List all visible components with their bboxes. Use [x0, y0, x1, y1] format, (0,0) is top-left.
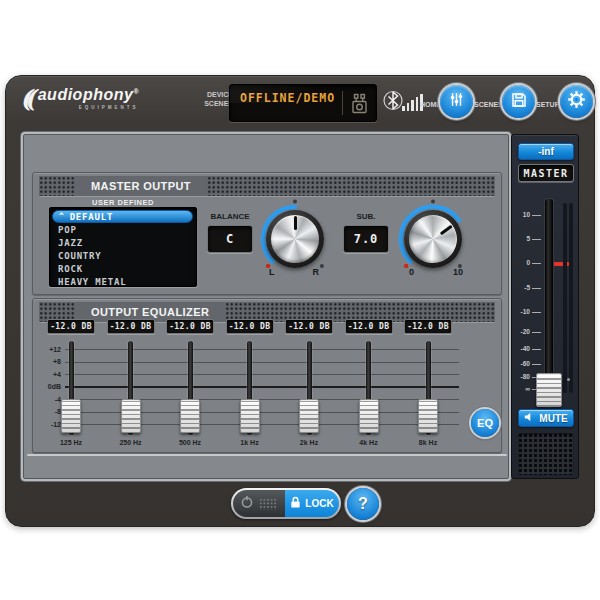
fader-tick-label: -20	[512, 328, 530, 335]
grip-dots	[259, 498, 278, 510]
status-lcd: OFFLINE/DEMO	[229, 84, 377, 122]
eq-freq-label: 2k Hz	[285, 439, 333, 446]
brand-name: audiophony	[38, 86, 134, 103]
setup-button[interactable]	[560, 85, 593, 118]
lcd-divider	[342, 91, 343, 115]
knob-rotor[interactable]	[271, 215, 319, 263]
master-output-header: MASTER OUTPUT	[39, 176, 495, 196]
sub-max-label: 10	[453, 267, 463, 277]
fader-tick-label: ∞	[512, 385, 530, 392]
eq-band-8khz: -12.0 DB 8k Hz	[404, 299, 452, 454]
fader-tick-label: -40	[512, 345, 530, 352]
eq-freq-label: 4k Hz	[345, 439, 393, 446]
lock-toggle[interactable]: LOCK	[231, 488, 341, 519]
speaker-icon	[524, 412, 535, 424]
fader-tick-label: -10	[512, 308, 530, 315]
standby-side[interactable]	[233, 490, 285, 517]
fader-tick-label: 5	[512, 235, 530, 242]
preset-item-default[interactable]: ^ DEFAULT	[52, 210, 193, 223]
eq-badge-button[interactable]: EQ	[471, 409, 499, 437]
lcd-status-text: OFFLINE/DEMO	[240, 91, 335, 105]
home-label: HOME	[420, 101, 441, 108]
sub-display: 7.0	[343, 225, 389, 253]
master-fader-handle[interactable]	[536, 373, 562, 407]
knob-pointer	[294, 216, 297, 230]
preset-item-jazz[interactable]: JAZZ	[50, 236, 196, 249]
eq-slider-handle[interactable]	[61, 399, 81, 433]
output-equalizer-section: OUTPUT EQUALIZER +12 +8 +4 0dB -4 -8 -12…	[32, 298, 502, 453]
balance-display: C	[207, 225, 253, 253]
eq-slider-handle[interactable]	[240, 399, 260, 433]
eq-slider-handle[interactable]	[121, 399, 141, 433]
preset-item-rock[interactable]: ROCK	[50, 262, 196, 275]
eq-slider-handle[interactable]	[359, 399, 379, 433]
eq-slider-handle[interactable]	[299, 399, 319, 433]
fader-tick-label: -5	[512, 284, 530, 291]
eq-value-display: -12.0 DB	[47, 319, 95, 334]
speaker-cabinet-icon	[349, 93, 370, 119]
fader-tick	[532, 349, 541, 350]
fader-tick-label: 10	[512, 211, 530, 218]
lock-label: LOCK	[305, 498, 333, 509]
speaker-grille-texture	[518, 433, 574, 475]
eq-value-display: -12.0 DB	[285, 319, 333, 334]
fader-tick-label: -80	[512, 373, 530, 380]
knob-pointer	[439, 224, 452, 235]
eq-value-display: -12.0 DB	[345, 319, 393, 334]
balance-knob[interactable]: L R	[255, 199, 335, 279]
eq-freq-label: 500 Hz	[166, 439, 214, 446]
master-output-section: MASTER OUTPUT USER DEFINED ^ DEFAULT POP…	[32, 172, 502, 295]
sub-label: SUB.	[339, 212, 393, 221]
section-title: MASTER OUTPUT	[75, 176, 207, 196]
mute-button[interactable]: MUTE	[518, 409, 574, 427]
eq-value-display: -12.0 DB	[107, 319, 155, 334]
eq-value-display: -12.0 DB	[166, 319, 214, 334]
eq-slider-handle[interactable]	[418, 399, 438, 433]
selected-marker: ^	[59, 212, 65, 221]
help-button[interactable]: ?	[347, 488, 379, 520]
scenes-label: SCENES	[474, 101, 503, 108]
fader-tick	[532, 288, 541, 289]
perforated-texture	[207, 176, 495, 196]
level-meter-left	[563, 203, 567, 393]
registered-mark: ®	[133, 88, 138, 95]
perforated-texture	[39, 176, 75, 196]
sub-min-label: 0	[409, 267, 414, 277]
main-panel: MASTER OUTPUT USER DEFINED ^ DEFAULT POP…	[23, 134, 509, 479]
brand-tagline: EQUIPMENTS	[79, 105, 139, 110]
lock-side[interactable]: LOCK	[285, 490, 339, 517]
save-disk-icon	[510, 91, 528, 113]
preset-item-heavy-metal[interactable]: HEAVY METAL	[50, 275, 196, 288]
audiophony-logo: (( audiophony® EQUIPMENTS	[20, 86, 139, 112]
eq-slider-handle[interactable]	[180, 399, 200, 433]
eq-freq-label: 1k Hz	[226, 439, 274, 446]
gear-icon	[567, 90, 586, 113]
eq-band-500hz: -12.0 DB 500 Hz	[166, 299, 214, 454]
fader-tick	[532, 312, 541, 313]
preset-listbox[interactable]: ^ DEFAULT POP JAZZ COUNTRY ROCK HEAVY ME…	[49, 207, 197, 287]
sub-knob[interactable]: 0 10	[393, 199, 473, 279]
preset-item-country[interactable]: COUNTRY	[50, 249, 196, 262]
fader-tick	[532, 215, 541, 216]
eq-band-4khz: -12.0 DB 4k Hz	[345, 299, 393, 454]
device-frame: (( audiophony® EQUIPMENTS DEVICE SCENES …	[5, 75, 595, 527]
master-channel-strip: -inf MASTER 10 5 0 -5 -10 -20 -40 -60 -8…	[511, 134, 579, 479]
power-icon	[240, 495, 254, 513]
eq-value-display: -12.0 DB	[226, 319, 274, 334]
fader-tick	[532, 364, 541, 365]
eq-band-1khz: -12.0 DB 1k Hz	[226, 299, 274, 454]
eq-band-2khz: -12.0 DB 2k Hz	[285, 299, 333, 454]
scenes-button[interactable]	[502, 85, 535, 118]
bluetooth-icon	[383, 88, 403, 117]
master-level-button[interactable]: -inf	[518, 143, 574, 160]
home-button[interactable]	[440, 85, 473, 118]
fader-tick-label: -60	[512, 360, 530, 367]
user-defined-label: USER DEFINED	[49, 198, 197, 207]
padlock-icon	[290, 496, 301, 511]
mixer-sliders-icon	[447, 90, 466, 113]
eq-value-display: -12.0 DB	[404, 319, 452, 334]
level-meter-right	[569, 203, 573, 393]
balance-min-label: L	[269, 267, 275, 277]
mute-label: MUTE	[539, 413, 567, 424]
preset-item-pop[interactable]: POP	[50, 223, 196, 236]
